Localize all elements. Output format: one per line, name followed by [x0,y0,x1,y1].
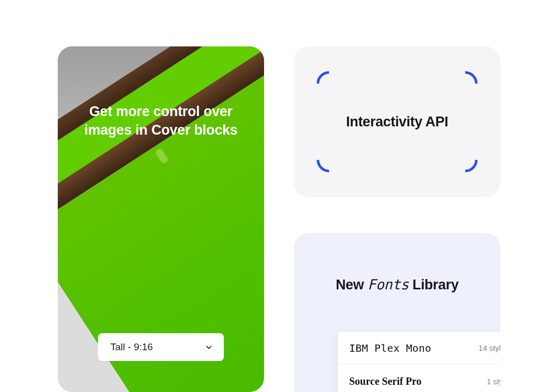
api-card-title: Interactivity API [346,114,448,130]
fonts-title-word-new: New [336,277,364,292]
aspect-ratio-select[interactable]: Tall - 9:16 [98,333,224,361]
font-list-item[interactable]: IBM Plex Mono 14 styles [338,332,500,365]
cover-card-title: Get more control over images in Cover bl… [58,102,264,140]
font-name: Source Serif Pro [349,375,421,387]
focus-corner-icon [453,148,478,172]
font-styles-count: 1 style [487,377,500,386]
focus-corner-icon [317,148,341,172]
chevron-down-icon [205,344,212,351]
feature-card-cover-blocks: Get more control over images in Cover bl… [58,46,264,392]
fonts-title-word-library: Library [413,277,458,292]
feature-card-interactivity-api: Interactivity API [294,46,500,197]
font-name: IBM Plex Mono [349,342,431,354]
fonts-list-panel: IBM Plex Mono 14 styles Source Serif Pro… [337,331,500,392]
aspect-ratio-value: Tall - 9:16 [110,341,153,353]
fonts-card-title: New Fonts Library [294,276,500,293]
font-styles-count: 14 styles [479,344,500,352]
focus-corner-icon [317,71,341,96]
focus-corner-icon [453,71,478,96]
feature-card-fonts-library: New Fonts Library IBM Plex Mono 14 style… [294,233,500,392]
font-list-item[interactable]: Source Serif Pro 1 style [338,365,500,392]
fonts-title-word-fonts: Fonts [368,276,409,292]
